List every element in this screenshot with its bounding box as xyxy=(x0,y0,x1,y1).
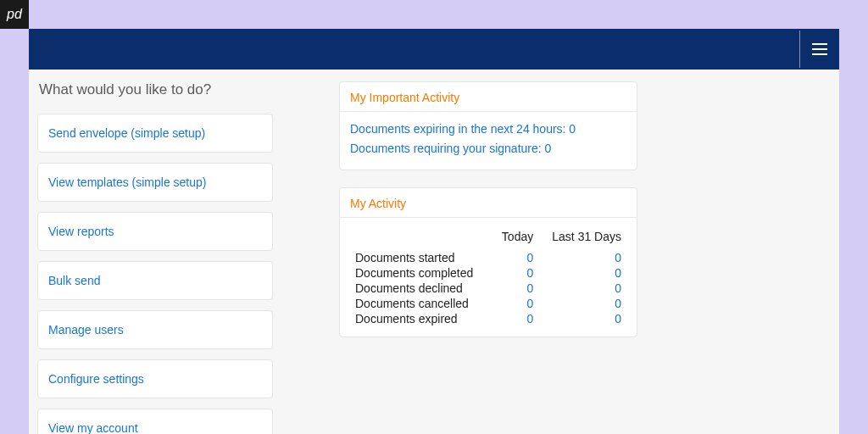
col-last31: Last 31 Days xyxy=(538,226,626,250)
signature-required-link[interactable]: Documents requiring your signature: 0 xyxy=(350,140,626,158)
left-column: What would you like to do? Send envelope… xyxy=(37,81,273,434)
today-value[interactable]: 0 xyxy=(492,281,539,296)
activity-table: Today Last 31 Days Documents started 0 0 xyxy=(350,226,626,326)
my-activity-panel: My Activity Today Last 31 Days xyxy=(339,187,637,337)
page-title: What would you like to do? xyxy=(37,81,273,98)
content: What would you like to do? Send envelope… xyxy=(29,70,839,434)
action-view-reports[interactable]: View reports xyxy=(37,212,273,251)
table-row: Documents expired 0 0 xyxy=(350,311,626,326)
action-bulk-send[interactable]: Bulk send xyxy=(37,261,273,300)
table-row: Documents completed 0 0 xyxy=(350,265,626,281)
table-row: Documents cancelled 0 0 xyxy=(350,296,626,311)
row-label: Documents declined xyxy=(350,281,492,296)
last31-value[interactable]: 0 xyxy=(538,265,626,281)
col-today: Today xyxy=(492,226,539,250)
col-blank xyxy=(350,226,492,250)
today-value[interactable]: 0 xyxy=(492,311,539,326)
today-value[interactable]: 0 xyxy=(492,296,539,311)
today-value[interactable]: 0 xyxy=(492,250,539,265)
important-activity-panel: My Important Activity Documents expiring… xyxy=(339,81,637,170)
today-value[interactable]: 0 xyxy=(492,265,539,281)
row-label: Documents completed xyxy=(350,265,492,281)
important-activity-body: Documents expiring in the next 24 hours:… xyxy=(340,112,637,170)
action-send-envelope[interactable]: Send envelope (simple setup) xyxy=(37,114,273,153)
action-view-my-account[interactable]: View my account xyxy=(37,409,273,434)
app-container: What would you like to do? Send envelope… xyxy=(29,29,839,434)
action-configure-settings[interactable]: Configure settings xyxy=(37,359,273,398)
row-label: Documents started xyxy=(350,250,492,265)
last31-value[interactable]: 0 xyxy=(538,250,626,265)
table-row: Documents started 0 0 xyxy=(350,250,626,265)
right-column: My Important Activity Documents expiring… xyxy=(339,81,637,434)
action-view-templates[interactable]: View templates (simple setup) xyxy=(37,163,273,202)
top-bar xyxy=(29,29,839,70)
my-activity-body: Today Last 31 Days Documents started 0 0 xyxy=(340,218,637,337)
menu-wrap xyxy=(799,31,839,68)
expiring-docs-link[interactable]: Documents expiring in the next 24 hours:… xyxy=(350,120,626,138)
action-manage-users[interactable]: Manage users xyxy=(37,310,273,349)
row-label: Documents cancelled xyxy=(350,296,492,311)
hamburger-icon[interactable] xyxy=(812,43,827,55)
important-activity-title: My Important Activity xyxy=(340,82,637,112)
last31-value[interactable]: 0 xyxy=(538,281,626,296)
table-row: Documents declined 0 0 xyxy=(350,281,626,296)
last31-value[interactable]: 0 xyxy=(538,311,626,326)
brand-logo: pd xyxy=(0,0,29,29)
last31-value[interactable]: 0 xyxy=(538,296,626,311)
row-label: Documents expired xyxy=(350,311,492,326)
my-activity-title: My Activity xyxy=(340,188,637,218)
